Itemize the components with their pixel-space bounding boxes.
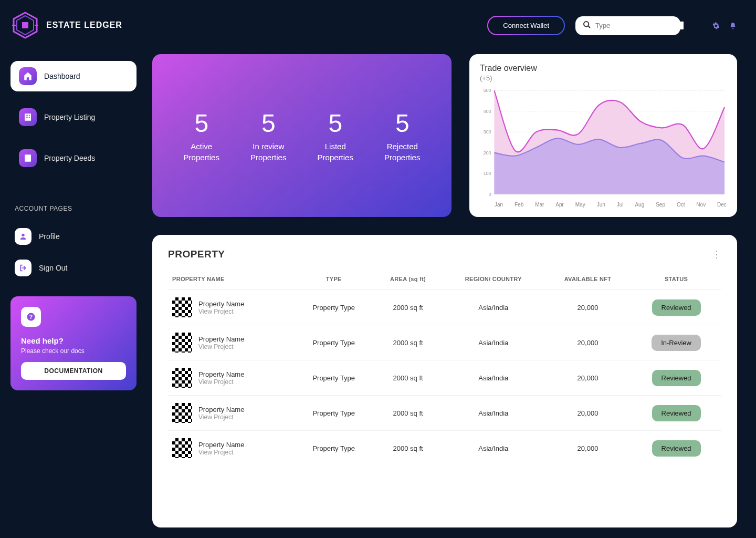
sidebar-item-property-listing[interactable]: Property Listing (10, 102, 136, 132)
chart-subtitle: (+5) (480, 74, 727, 82)
main-content: Connect Wallet 5ActiveProperties5In revi… (147, 0, 756, 538)
stat-label: RejectedProperties (384, 141, 420, 163)
settings-icon[interactable] (712, 22, 720, 30)
property-region: Asia/India (443, 290, 544, 325)
brand-logo-icon (10, 11, 40, 40)
property-region: Asia/India (443, 396, 544, 431)
property-area: 2000 sq ft (373, 290, 442, 325)
property-name: Property Name (198, 335, 244, 343)
property-area: 2000 sq ft (373, 360, 442, 396)
search-box[interactable] (575, 16, 680, 35)
stat-listed: 5ListedProperties (318, 109, 353, 163)
svg-text:?: ? (29, 314, 33, 320)
property-type: Property Type (294, 325, 373, 360)
col-header: TYPE (294, 271, 373, 290)
documentation-button[interactable]: DOCUMENTATION (21, 362, 126, 380)
property-nft: 20,000 (544, 431, 631, 466)
account-item-sign-out[interactable]: Sign Out (10, 254, 136, 282)
search-icon (583, 20, 591, 31)
trade-overview-card: Trade overview (+5) 0100200300400500 Jan… (469, 54, 737, 217)
table-menu-icon[interactable]: ⋮ (712, 249, 721, 260)
property-name: Property Name (198, 370, 244, 378)
x-tick: Nov (696, 202, 706, 208)
help-card: ? Need help? Please check our docs DOCUM… (10, 296, 136, 390)
sidebar-item-property-deeds[interactable]: Property Deeds (10, 143, 136, 173)
svg-point-8 (584, 22, 589, 26)
status-badge: Reviewed (652, 299, 701, 316)
status-badge: Reviewed (652, 440, 701, 457)
x-tick: Oct (677, 202, 685, 208)
nav-label: Property Deeds (44, 154, 95, 162)
help-subtitle: Please check our docs (21, 347, 126, 355)
property-area: 2000 sq ft (373, 396, 442, 431)
property-thumb (172, 438, 192, 458)
view-project-link[interactable]: View Project (198, 343, 244, 350)
x-tick: Jun (597, 202, 605, 208)
col-header: AREA (sq ft) (373, 271, 442, 290)
connect-wallet-button[interactable]: Connect Wallet (487, 16, 565, 35)
chart-x-axis: JanFebMarAprMayJunJulAugSepOctNovDec (480, 202, 727, 208)
account-icon (15, 260, 32, 276)
col-header: AVAILABLE NFT (544, 271, 631, 290)
table-row: Property NameView ProjectProperty Type20… (168, 396, 721, 431)
x-tick: Aug (635, 202, 644, 208)
property-thumb (172, 333, 192, 353)
notification-icon[interactable] (729, 22, 737, 30)
connect-wallet-label: Connect Wallet (488, 17, 564, 34)
status-badge: Reviewed (652, 405, 701, 421)
property-region: Asia/India (443, 360, 544, 396)
property-name: Property Name (198, 441, 244, 449)
sidebar-item-dashboard[interactable]: Dashboard (10, 61, 136, 91)
table-row: Property NameView ProjectProperty Type20… (168, 325, 721, 360)
account-pages-header: ACCOUNT PAGES (15, 205, 136, 212)
property-type: Property Type (294, 360, 373, 396)
topbar: Connect Wallet (152, 11, 737, 35)
stat-value: 5 (184, 109, 219, 138)
x-tick: Feb (514, 202, 523, 208)
x-tick: Dec (717, 202, 727, 208)
help-icon: ? (21, 307, 41, 327)
stats-card: 5ActiveProperties5In reviewProperties5Li… (152, 54, 452, 217)
view-project-link[interactable]: View Project (198, 378, 244, 386)
svg-text:200: 200 (484, 150, 491, 156)
stat-value: 5 (250, 109, 286, 138)
view-project-link[interactable]: View Project (198, 413, 244, 421)
x-tick: Mar (535, 202, 544, 208)
account-item-profile[interactable]: Profile (10, 223, 136, 250)
x-tick: Jul (617, 202, 624, 208)
table-row: Property NameView ProjectProperty Type20… (168, 360, 721, 396)
view-project-link[interactable]: View Project (198, 308, 244, 315)
stat-label: In reviewProperties (250, 141, 286, 163)
nav-icon (19, 149, 37, 167)
stat-active: 5ActiveProperties (184, 109, 219, 163)
table-row: Property NameView ProjectProperty Type20… (168, 431, 721, 466)
property-table-card: PROPERTY ⋮ PROPERTY NAMETYPEAREA (sq ft)… (152, 235, 737, 527)
property-nft: 20,000 (544, 396, 631, 431)
stat-value: 5 (384, 109, 420, 138)
account-icon (15, 228, 32, 245)
svg-point-5 (22, 234, 24, 236)
property-region: Asia/India (443, 431, 544, 466)
nav-label: Dashboard (44, 72, 80, 80)
account-label: Profile (39, 232, 60, 241)
property-type: Property Type (294, 396, 373, 431)
col-header: STATUS (631, 271, 721, 290)
col-header: REGION/ COUNTRY (443, 271, 544, 290)
property-area: 2000 sq ft (373, 325, 442, 360)
table-row: Property NameView ProjectProperty Type20… (168, 290, 721, 325)
stat-value: 5 (318, 109, 353, 138)
search-input[interactable] (595, 22, 684, 29)
property-table: PROPERTY NAMETYPEAREA (sq ft)REGION/ COU… (168, 271, 721, 465)
help-title: Need help? (21, 336, 126, 345)
status-badge: In-Review (652, 335, 701, 351)
property-thumb (172, 403, 192, 423)
chart-title: Trade overview (480, 64, 727, 73)
stat-label: ListedProperties (318, 141, 353, 163)
svg-rect-2 (22, 22, 28, 28)
property-area: 2000 sq ft (373, 431, 442, 466)
svg-text:400: 400 (484, 109, 491, 114)
view-project-link[interactable]: View Project (198, 449, 244, 456)
property-region: Asia/India (443, 325, 544, 360)
x-tick: Sep (656, 202, 665, 208)
svg-text:0: 0 (489, 192, 491, 197)
